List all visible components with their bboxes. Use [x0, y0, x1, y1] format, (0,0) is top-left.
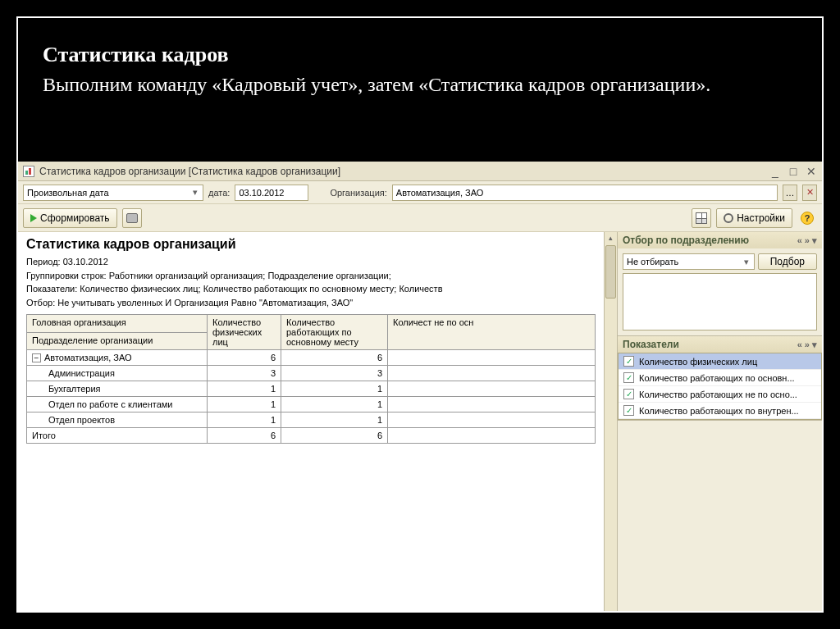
report-title: Статистика кадров организаций [26, 237, 596, 252]
scroll-up-icon[interactable]: ▴ [605, 232, 616, 244]
date-input[interactable]: 03.10.2012 [235, 185, 308, 201]
total-val1: 6 [208, 428, 281, 444]
table-row: Администрация 3 3 [27, 366, 596, 381]
org-select-button[interactable]: … [783, 185, 797, 201]
filter-panel-title: Отбор по подразделению [623, 235, 749, 246]
header-count-notmain: Количест не по осн [388, 315, 596, 350]
row-label: Автоматизация, ЗАО [44, 353, 132, 362]
total-val2: 6 [281, 428, 388, 444]
minimize-button[interactable]: _ [769, 165, 781, 178]
row-label: Отдел по работе с клиентами [32, 399, 173, 409]
header-count-phys: Количество физических лиц [208, 315, 281, 350]
maximize-button[interactable]: □ [788, 165, 799, 178]
row-val1: 1 [208, 412, 281, 428]
org-clear-button[interactable]: ✕ [802, 185, 817, 201]
filter-panel-header: Отбор по подразделению « » ▾ [618, 232, 822, 248]
indicator-label: Количество работающих по основн... [639, 373, 795, 383]
row-val1: 1 [208, 397, 281, 412]
total-label: Итого [27, 428, 208, 444]
filter-toolbar: Произвольная дата ▾ дата: 03.10.2012 Орг… [18, 181, 822, 204]
chevron-down-icon[interactable]: ▾ [741, 257, 752, 267]
org-label: Организация: [330, 188, 386, 198]
indicator-item[interactable]: ✓ Количество физических лиц [619, 353, 821, 370]
row-val1: 3 [208, 366, 281, 381]
settings-button[interactable]: Настройки [716, 208, 792, 228]
row-val2: 6 [281, 350, 388, 366]
form-button[interactable]: Сформировать [23, 208, 117, 228]
row-val2: 3 [281, 366, 388, 381]
panel-tools[interactable]: « » ▾ [797, 235, 817, 246]
table-row: Отдел по работе с клиентами 1 1 [27, 397, 596, 412]
panel-tools[interactable]: « » ▾ [797, 340, 817, 350]
report-table: Головная организация Количество физическ… [26, 314, 596, 444]
action-toolbar: Сформировать Настройки ? [18, 204, 822, 232]
row-val1: 6 [208, 350, 281, 366]
app-icon [23, 166, 34, 177]
settings-button-label: Настройки [737, 212, 785, 224]
indicator-label: Количество физических лиц [639, 357, 757, 367]
org-input[interactable]: Автоматизация, ЗАО [392, 185, 778, 201]
report-meta: Период: 03.10.2012 Группировки строк: Ра… [26, 255, 596, 309]
report-groupings: Группировки строк: Работники организаций… [26, 269, 596, 283]
filter-mode-value: Не отбирать [627, 257, 741, 267]
indicator-label: Количество работающих не по осно... [639, 390, 797, 399]
row-label: Отдел проектов [32, 415, 115, 425]
row-label: Бухгалтерия [32, 384, 101, 394]
indicators-panel-title: Показатели [623, 339, 679, 350]
header-org: Головная организация [27, 315, 208, 333]
scroll-thumb[interactable] [605, 245, 616, 299]
indicator-item[interactable]: ✓ Количество работающих по основн... [619, 370, 821, 386]
play-icon [30, 214, 37, 222]
row-val1: 1 [208, 381, 281, 397]
checkbox-icon[interactable]: ✓ [623, 405, 634, 416]
pick-button[interactable]: Подбор [758, 253, 817, 270]
help-icon: ? [801, 212, 814, 225]
report-filter: Отбор: Не учитывать уволенных И Организа… [26, 296, 596, 310]
chevron-down-icon[interactable]: ▾ [189, 187, 201, 198]
row-val2: 1 [281, 397, 388, 412]
date-label: дата: [208, 188, 230, 198]
period-mode-combo[interactable]: Произвольная дата ▾ [23, 185, 203, 201]
window-title: Статистика кадров организации [Статистик… [39, 166, 769, 177]
close-button[interactable]: ✕ [806, 165, 817, 178]
window-titlebar: Статистика кадров организации [Статистик… [18, 162, 822, 181]
print-button[interactable] [122, 208, 142, 228]
filter-listbox[interactable] [623, 273, 817, 330]
report-indicators: Показатели: Количество физических лиц; К… [26, 282, 596, 296]
header-dept: Подразделение организации [27, 332, 208, 350]
indicator-label: Количество работающих по внутрен... [639, 406, 799, 416]
gear-icon [724, 213, 733, 223]
period-mode-value: Произвольная дата [27, 188, 189, 198]
indicators-list: ✓ Количество физических лиц ✓ Количество… [618, 353, 822, 420]
table-icon [696, 212, 707, 224]
checkbox-icon[interactable]: ✓ [623, 372, 634, 383]
vertical-scrollbar[interactable]: ▴ [604, 232, 617, 611]
row-val2: 1 [281, 412, 388, 428]
pick-button-label: Подбор [770, 256, 805, 267]
header-count-main: Количество работающих по основному месту [281, 315, 388, 350]
row-label: Администрация [32, 368, 115, 378]
app-window: Статистика кадров организации [Статистик… [18, 162, 822, 611]
table-row: −Автоматизация, ЗАО 6 6 [27, 350, 596, 366]
side-panel: Отбор по подразделению « » ▾ Не отбирать… [617, 232, 822, 611]
form-button-label: Сформировать [40, 212, 110, 224]
indicator-item[interactable]: ✓ Количество работающих не по осно... [619, 386, 821, 403]
report-area: Статистика кадров организаций Период: 03… [18, 232, 604, 611]
row-val2: 1 [281, 381, 388, 397]
checkbox-icon[interactable]: ✓ [623, 356, 634, 367]
printer-icon [126, 213, 138, 223]
help-button[interactable]: ? [797, 208, 817, 228]
table-row: Бухгалтерия 1 1 [27, 381, 596, 397]
layout-button[interactable] [692, 208, 711, 228]
report-period: Период: 03.10.2012 [26, 255, 596, 269]
table-total-row: Итого 6 6 [27, 428, 596, 444]
slide-title: Статистика кадров [18, 18, 822, 71]
indicator-item[interactable]: ✓ Количество работающих по внутрен... [619, 403, 821, 419]
checkbox-icon[interactable]: ✓ [623, 389, 634, 399]
filter-mode-combo[interactable]: Не отбирать ▾ [623, 253, 755, 270]
tree-collapse-icon[interactable]: − [32, 353, 41, 362]
table-row: Отдел проектов 1 1 [27, 412, 596, 428]
indicators-panel-header: Показатели « » ▾ [618, 336, 822, 353]
slide-text: Выполним команду «Кадровый учет», затем … [18, 71, 822, 107]
